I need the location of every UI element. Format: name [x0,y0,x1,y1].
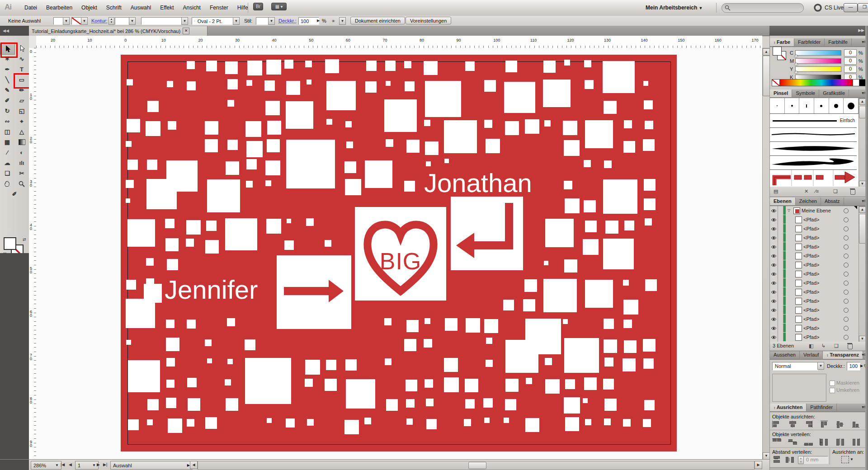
mosaic-square[interactable] [584,200,596,212]
mosaic-square[interactable] [425,318,430,324]
mosaic-square[interactable] [284,240,294,250]
mosaic-square[interactable] [624,120,632,128]
mosaic-square[interactable] [585,280,613,308]
mosaic-square[interactable] [247,61,262,75]
mosaic-square[interactable] [525,119,539,134]
menu-auswahl[interactable]: Auswahl [126,0,156,11]
eye-icon[interactable] [771,254,777,258]
opacity-value[interactable]: 100 [298,17,319,25]
mosaic-square[interactable] [385,358,392,365]
target-circle[interactable] [844,254,849,258]
mosaic-square[interactable] [245,339,255,350]
mosaic-square[interactable] [645,121,653,129]
path-thumbnail[interactable] [795,325,802,332]
rotate-tool[interactable]: ↻ [0,106,14,116]
calligraphic-brush[interactable] [844,98,859,113]
align-to-dropdown-icon[interactable]: ▼ [850,457,854,461]
distribute-right-icon[interactable] [851,438,860,445]
mosaic-square[interactable] [146,121,160,136]
spacing-value[interactable]: 0 mm [803,456,828,464]
mosaic-square[interactable] [286,81,300,95]
mosaic-square[interactable] [246,141,263,157]
page-number-select[interactable]: 1▼ [75,461,99,470]
restore-button[interactable]: ❐ [858,3,868,12]
mosaic-square[interactable] [425,141,439,155]
path-row[interactable]: <Pfad> [770,233,859,243]
mosaic-square[interactable] [404,181,415,192]
width-profile-dropdown[interactable]: ▼ [181,17,188,25]
calligraphic-brush[interactable] [770,98,785,113]
path-thumbnail[interactable] [795,244,802,250]
brush-arrow-pattern[interactable] [770,170,857,186]
arrow-elbow-tile[interactable] [451,197,523,270]
white-swatch[interactable] [853,79,859,86]
eraser-tool[interactable]: ▱ [14,95,29,106]
mosaic-square[interactable] [584,60,591,67]
channel-value[interactable]: 0 [844,66,857,73]
mosaic-square[interactable] [623,320,632,328]
path-name[interactable]: <Pfad> [803,289,819,295]
document-tab[interactable]: Tutorial_Einladungskarte_Hochzeit.ai* be… [29,26,208,36]
zoom-tool[interactable] [14,179,29,189]
mosaic-square[interactable] [503,300,514,310]
mosaic-square[interactable] [504,82,535,113]
align-bottom-icon[interactable] [851,421,860,428]
mosaic-square[interactable] [644,100,653,109]
mosaic-square[interactable] [604,339,617,353]
mosaic-square[interactable] [307,80,311,85]
channel-value[interactable]: 0 [844,49,857,56]
swap-fill-stroke-icon[interactable]: ⇄ [23,237,26,242]
target-circle[interactable] [844,244,849,249]
target-circle[interactable] [844,263,849,268]
mosaic-square[interactable] [385,61,396,71]
last-page-icon[interactable]: ▶| [103,462,107,467]
mosaic-square[interactable] [643,139,655,151]
mosaic-square[interactable] [166,320,175,328]
mosaic-square[interactable] [186,239,194,247]
mosaic-square[interactable] [523,299,535,311]
channel-slider-thumb[interactable] [794,62,798,65]
mosaic-square[interactable] [564,60,570,66]
eye-icon[interactable] [771,299,777,303]
mosaic-square[interactable] [604,319,614,329]
mosaic-square[interactable] [186,220,201,235]
blob-brush-tool[interactable]: ✐ [0,95,14,106]
mosaic-square[interactable] [465,399,475,409]
mosaic-square[interactable] [484,319,498,333]
mosaic-square[interactable] [564,259,577,273]
mosaic-square[interactable] [205,139,218,152]
align-vcenter-icon[interactable] [835,421,844,428]
mosaic-square[interactable] [564,181,572,189]
lock-toggle[interactable] [777,233,783,242]
make-clipping-mask-icon[interactable]: ◧ [809,343,813,349]
style-select[interactable] [256,17,269,25]
fill-swatch[interactable] [4,237,16,250]
mosaic-square[interactable] [505,399,516,410]
ruler-corner[interactable] [29,36,37,48]
mosaic-square[interactable] [227,79,238,89]
vertical-scroll-thumb[interactable] [763,56,770,96]
gradient-tool[interactable] [14,137,29,147]
target-circle[interactable] [844,299,849,304]
mosaic-square[interactable] [484,80,496,92]
mosaic-square[interactable] [325,240,331,247]
brush-libraries-icon[interactable]: ▤ [774,188,778,194]
blend-tool[interactable]: ◐ [14,147,29,158]
mosaic-square[interactable] [406,140,420,153]
mosaic-square[interactable] [386,81,391,86]
mosaic-square[interactable] [543,80,571,107]
mosaic-square[interactable] [286,101,313,129]
opacity-link[interactable]: Deckkr.: [278,18,297,24]
space-vertical-icon[interactable] [772,456,781,463]
zoom-level-select[interactable]: 286%▼ [31,461,61,470]
tab-aussehen[interactable]: Aussehen [770,351,800,359]
eye-icon[interactable] [771,227,777,231]
tab-ausrichten[interactable]: ↕ Ausrichten [770,404,807,411]
mosaic-square[interactable] [365,160,392,188]
mosaic-square[interactable] [227,100,234,107]
mosaic-square[interactable] [424,120,430,126]
mosaic-square[interactable] [604,160,612,168]
eye-icon[interactable] [771,245,777,249]
width-tool[interactable]: ∾ [0,116,14,127]
mosaic-square[interactable] [484,418,490,423]
